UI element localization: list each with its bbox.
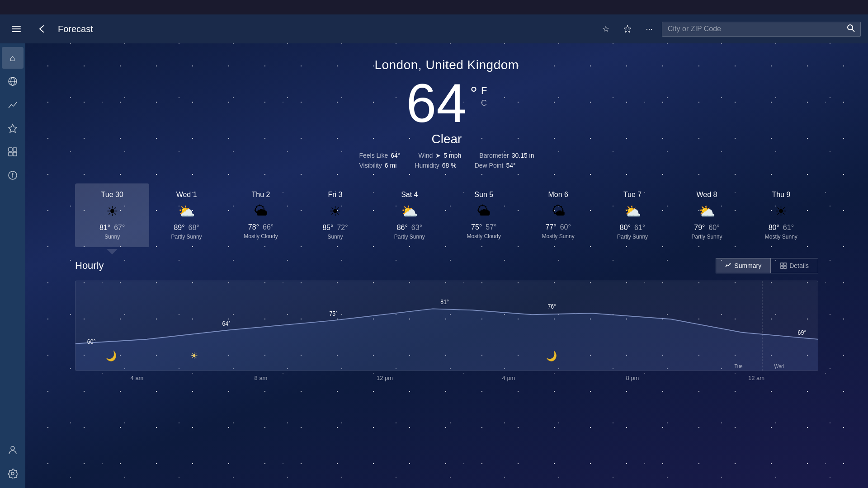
forecast-low: 63°: [411, 224, 422, 232]
details-button[interactable]: Details: [771, 258, 818, 273]
forecast-condition: Sunny: [327, 234, 343, 240]
wind-label: Wind: [418, 152, 433, 159]
summary-button[interactable]: Summary: [716, 258, 771, 273]
svg-rect-2: [12, 31, 21, 32]
forecast-day-name: Thu 9: [772, 191, 790, 199]
sidebar: ⌂: [0, 43, 25, 488]
forecast-day-3[interactable]: Fri 3 ☀ 85° 72° Sunny: [298, 183, 372, 247]
forecast-day-name: Tue 7: [623, 191, 642, 199]
svg-point-3: [848, 25, 853, 30]
favorite-button[interactable]: ☆: [597, 20, 615, 38]
sidebar-item-favorites[interactable]: [2, 117, 24, 139]
forecast-low: 60°: [560, 223, 571, 231]
forecast-condition: Mostly Sunny: [542, 233, 575, 239]
forecast-low: 67°: [114, 224, 125, 232]
forecast-high: 77°: [545, 223, 556, 231]
svg-text:81°: 81°: [440, 299, 449, 306]
search-button[interactable]: [847, 24, 855, 34]
forecast-high: 79°: [694, 224, 705, 232]
sidebar-item-news[interactable]: [2, 164, 24, 186]
sidebar-item-settings[interactable]: [2, 463, 24, 484]
forecast-high: 75°: [471, 223, 482, 231]
time-label-12pm: 12 pm: [323, 375, 447, 381]
svg-line-4: [852, 29, 855, 32]
pin-button[interactable]: [618, 20, 637, 38]
forecast-day-2[interactable]: Thu 2 🌥 78° 66° Mostly Cloudy: [224, 183, 298, 247]
forecast-day-6[interactable]: Mon 6 🌤 77° 60° Mostly Sunny: [521, 183, 595, 247]
forecast-low: 57°: [486, 223, 496, 231]
sidebar-item-home[interactable]: ⌂: [2, 47, 24, 69]
forecast-temperatures: 78° 66°: [248, 223, 274, 231]
dew-point-label: Dew Point: [475, 162, 504, 169]
forecast-day-8[interactable]: Wed 8 ⛅ 79° 60° Partly Sunny: [670, 183, 744, 247]
sidebar-item-maps[interactable]: [2, 70, 24, 92]
time-label-12am: 12 am: [694, 375, 818, 381]
current-weather: London, United Kingdom 64 ° F C Clear Fe…: [25, 43, 868, 176]
header-actions: ☆ ···: [597, 20, 861, 38]
forecast-low: 61°: [783, 224, 794, 232]
hourly-toggle: Summary Details: [716, 258, 818, 273]
forecast-day-name: Tue 30: [101, 191, 123, 199]
humidity-value: 68 %: [442, 162, 457, 169]
forecast-weather-icon: ⛅: [401, 203, 418, 219]
forecast-condition: Partly Sunny: [394, 234, 425, 240]
svg-rect-21: [784, 266, 786, 268]
search-input[interactable]: [668, 25, 843, 33]
forecast-day-4[interactable]: Sat 4 ⛅ 86° 63° Partly Sunny: [373, 183, 447, 247]
forecast-weather-icon: ☀: [329, 203, 341, 219]
forecast-day-9[interactable]: Thu 9 ☀ 80° 61° Mostly Sunny: [744, 183, 818, 247]
svg-rect-20: [781, 266, 783, 268]
app-title: Forecast: [58, 24, 590, 34]
visibility-value: 6 mi: [385, 162, 396, 169]
dew-point-value: 54°: [506, 162, 515, 169]
forecast-weather-icon: 🌥: [477, 203, 491, 219]
forecast-temperatures: 85° 72°: [322, 224, 348, 232]
forecast-weather-icon: ⛅: [698, 203, 715, 219]
forecast-low: 60°: [708, 224, 719, 232]
hourly-chart: 60° 64° 75° 81° 76° 69° 🌙 ☀ 🌙: [75, 281, 818, 371]
back-button[interactable]: [33, 20, 51, 38]
forecast-temperatures: 89° 68°: [174, 224, 199, 232]
svg-rect-10: [13, 148, 17, 151]
forecast-weather-icon: 🌤: [552, 203, 565, 219]
more-button[interactable]: ···: [640, 20, 658, 38]
forecast-condition: Mostly Cloudy: [467, 233, 501, 239]
dew-point-item: Dew Point 54°: [475, 162, 516, 169]
forecast-temperatures: 77° 60°: [545, 223, 571, 231]
forecast-high: 80°: [769, 224, 779, 232]
hamburger-icon[interactable]: [7, 20, 25, 38]
forecast-high: 80°: [620, 224, 631, 232]
time-label-4am: 4 am: [75, 375, 199, 381]
detail-row-2: Visibility 6 mi Humidity 68 % Dew Point …: [359, 162, 534, 169]
forecast-day-5[interactable]: Sun 5 🌥 75° 57° Mostly Cloudy: [447, 183, 521, 247]
forecast-high: 89°: [174, 224, 184, 232]
svg-text:75°: 75°: [329, 310, 338, 318]
forecast-day-0[interactable]: Tue 30 ☀ 81° 67° Sunny: [75, 183, 149, 247]
forecast-day-name: Sat 4: [401, 191, 418, 199]
forecast-day-name: Mon 6: [548, 191, 568, 199]
forecast-day-name: Wed 1: [176, 191, 197, 199]
feels-like-value: 64°: [391, 152, 400, 159]
sidebar-item-widgets[interactable]: [2, 141, 24, 163]
unit-celsius[interactable]: C: [481, 99, 487, 108]
svg-text:☀: ☀: [191, 350, 199, 361]
svg-point-17: [11, 472, 14, 475]
forecast-low: 66°: [263, 223, 274, 231]
sidebar-item-account[interactable]: [2, 439, 24, 461]
unit-fahrenheit[interactable]: F: [481, 85, 487, 97]
svg-text:64°: 64°: [222, 320, 231, 327]
temperature-units: F C: [481, 85, 487, 108]
sidebar-item-historical[interactable]: [2, 94, 24, 116]
forecast-condition: Sunny: [104, 234, 120, 240]
barometer-item: Barometer 30.15 in: [479, 152, 534, 159]
svg-text:76°: 76°: [547, 303, 556, 310]
temperature-container: 64 ° F C: [25, 76, 868, 130]
condition-label: Clear: [25, 132, 868, 146]
svg-text:Wed: Wed: [774, 363, 783, 369]
visibility-label: Visibility: [359, 162, 382, 169]
forecast-day-1[interactable]: Wed 1 ⛅ 89° 68° Partly Sunny: [149, 183, 223, 247]
forecast-low: 61°: [634, 224, 645, 232]
forecast-day-7[interactable]: Tue 7 ⛅ 80° 61° Partly Sunny: [595, 183, 670, 247]
main-layout: ⌂: [0, 43, 868, 488]
forecast-day-name: Wed 8: [696, 191, 717, 199]
